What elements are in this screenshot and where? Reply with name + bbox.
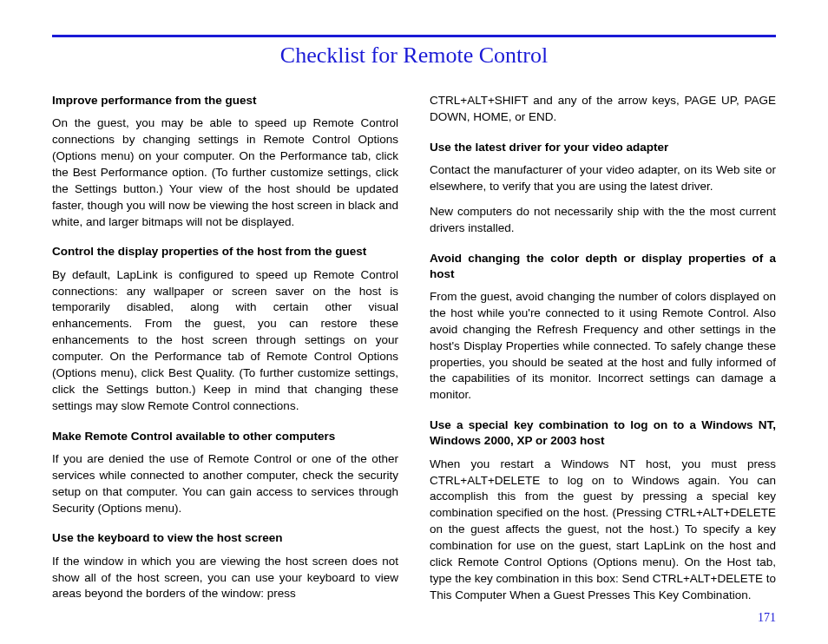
- section-body: On the guest, you may be able to speed u…: [52, 115, 398, 230]
- left-column: Improve performance from the guest On th…: [52, 93, 398, 604]
- section-heading: Improve performance from the guest: [52, 93, 398, 108]
- section-body: Contact the manufacturer of your video a…: [430, 162, 776, 195]
- section-body-continuation: CTRL+ALT+SHIFT and any of the arrow keys…: [430, 93, 776, 126]
- right-column: CTRL+ALT+SHIFT and any of the arrow keys…: [430, 93, 776, 604]
- section-body: When you restart a Windows NT host, you …: [430, 457, 776, 604]
- section-heading: Make Remote Control available to other c…: [52, 429, 398, 444]
- section-body: If you are denied the use of Remote Cont…: [52, 451, 398, 517]
- section-body: If the window in which you are viewing t…: [52, 554, 398, 603]
- section-heading: Use a special key combination to log on …: [430, 417, 776, 449]
- page-title: Checklist for Remote Control: [52, 43, 776, 69]
- header-rule: [52, 35, 776, 37]
- section-body: From the guest, avoid changing the numbe…: [430, 289, 776, 404]
- document-page: Checklist for Remote Control Improve per…: [0, 0, 828, 644]
- section-heading: Avoid changing the color depth or displa…: [430, 251, 776, 282]
- section-heading: Use the keyboard to view the host screen: [52, 530, 398, 546]
- section-body: New computers do not necessarily ship wi…: [430, 204, 776, 237]
- section-heading: Control the display properties of the ho…: [52, 244, 398, 260]
- section-body: By default, LapLink is configured to spe…: [52, 267, 398, 415]
- content-columns: Improve performance from the guest On th…: [52, 93, 776, 604]
- section-heading: Use the latest driver for your video ada…: [430, 140, 776, 155]
- page-number: 171: [758, 611, 776, 625]
